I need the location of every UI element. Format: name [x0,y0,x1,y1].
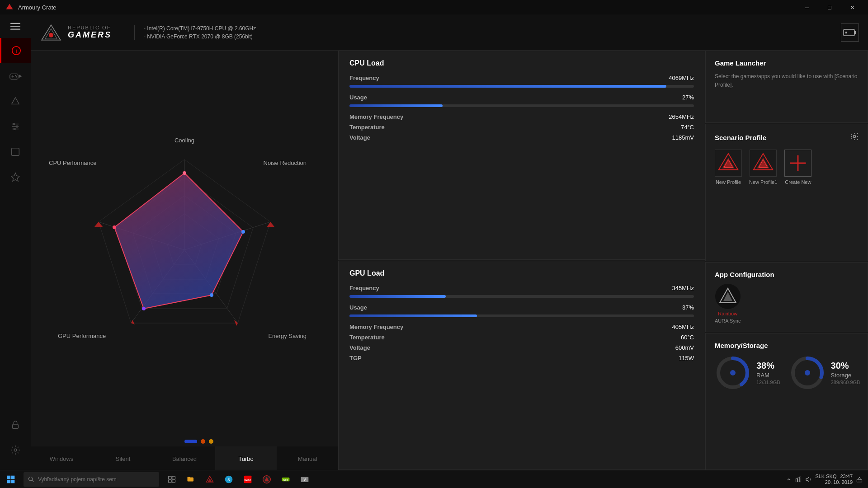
star-icon [10,172,20,182]
taskbar-app-gfn[interactable]: GFN [277,470,295,488]
svg-rect-26 [854,31,856,34]
dot-yellow [209,439,213,444]
start-button[interactable] [0,470,22,488]
ram-gauge-info: 38% RAM 12/31.9GB [756,361,780,385]
rog-brand-text: REPUBLIC OF GAMERS [68,25,112,40]
svg-point-43 [183,171,186,175]
cpu-freq-label: Frequency [349,75,379,81]
ram-pct: 38% [756,361,780,371]
battery-icon[interactable] [841,23,859,42]
info-icon: i [11,46,21,56]
cpu-load-panel: CPU Load Frequency 4069MHz Usage 27% [338,51,705,260]
svg-text:S: S [227,478,230,482]
sidebar-item-armoury[interactable] [0,89,31,114]
svg-marker-42 [114,173,243,309]
tab-balanced[interactable]: Balanced [154,446,215,470]
sidebar-item-box[interactable] [0,139,31,164]
cpu-freq-row: Frequency 4069MHz [349,75,694,81]
box-icon [10,147,20,157]
sidebar-item-info[interactable]: i [0,38,31,63]
time-text: 23:47 [840,474,853,479]
gpu-freq-value: 345MHz [672,285,694,291]
ram-gauge-container: 38% RAM 12/31.9GB [715,355,780,391]
sidebar-item-lock[interactable] [0,412,31,437]
gpu-freq-bar-container [349,295,694,298]
taskbar-search[interactable] [24,472,159,487]
cpu-temp-value: 74°C [681,124,694,131]
profile-label-2: New Profile1 [749,179,777,185]
sidebar-item-settings[interactable] [0,437,31,463]
titlebar: Armoury Crate ─ □ ✕ [0,0,868,14]
folder-icon [187,475,195,483]
storage-detail: 289/960.9GB [831,380,860,385]
app-icons: Rainbow AURA Sync [715,284,859,324]
taskbar-app-armoury[interactable] [201,470,219,488]
create-new-profile[interactable]: Create New [784,150,811,185]
gpu-temp-label: Temperature [349,334,385,341]
svg-rect-73 [169,479,172,482]
gpu-tgp-row: TGP 115W [349,355,694,361]
gpu-volt-label: Voltage [349,344,370,351]
taskbar-app-files[interactable] [182,470,200,488]
sidebar-item-star[interactable] [0,164,31,190]
hamburger-icon [10,21,20,31]
battery-svg-icon [843,28,857,37]
cpu-temp-row: Temperature 74°C [349,124,694,131]
network-icon [795,476,802,483]
sidebar-item-sliders[interactable] [0,114,31,139]
cpu-temp-label: Temperature [349,124,385,131]
profile-icon-1 [715,150,742,177]
sidebar: i ▶ [0,14,31,470]
cpu-memfreq-label: Memory Frequency [349,113,403,120]
gpu-load-title: GPU Load [349,269,694,277]
ram-detail: 12/31.9GB [756,380,780,385]
radar-label-cooling: Cooling [175,137,194,145]
maximize-button[interactable]: □ [819,0,840,14]
titlebar-left: Armoury Crate [5,3,57,11]
tab-turbo[interactable]: Turbo [215,446,277,470]
gpu-icon: GFN [281,475,290,484]
ram-gauge-svg [715,355,751,391]
taskbar-app-armoury2[interactable] [258,470,276,488]
aura-sync-item[interactable]: Rainbow AURA Sync [715,284,741,324]
scenario-profiles: New Profile New Profile1 [715,150,859,185]
tab-windows[interactable]: Windows [31,446,92,470]
profile-item-2[interactable]: New Profile1 [749,150,777,185]
svg-rect-2 [10,26,20,27]
svg-point-61 [730,370,736,375]
republic-text: REPUBLIC OF [68,25,112,30]
svg-text:i: i [15,48,17,54]
chevron-up-icon[interactable] [786,477,792,482]
notification-icon[interactable] [856,476,863,483]
radar-label-cpu-perf: CPU Performance [49,160,96,167]
cpu-freq-bar-container [349,85,694,88]
taskbar-app-vcard[interactable]: V [296,470,314,488]
taskbar-app-multitasking[interactable] [163,470,181,488]
sidebar-expand-icon: ▶ [19,74,22,78]
svg-marker-11 [12,98,19,104]
scenario-settings-icon[interactable] [850,132,859,142]
ram-gauge-circle [715,355,751,391]
minimize-button[interactable]: ─ [797,0,817,14]
taskbar-app-nzxt[interactable]: NZXT [239,470,257,488]
create-new-icon [784,150,811,177]
profile-item-1[interactable]: New Profile [715,150,742,185]
vcard-icon: V [300,475,309,484]
radar-label-energy: Energy Saving [268,333,307,340]
sidebar-item-gamepad[interactable]: ▶ [0,63,31,89]
search-input[interactable] [38,476,155,483]
topbar-right [841,23,859,42]
cpu-load-title: CPU Load [349,59,694,67]
tab-silent[interactable]: Silent [92,446,154,470]
svg-rect-65 [7,475,11,479]
nzxt-icon: NZXT [243,475,252,484]
gpu-temp-value: 60°C [681,334,694,341]
right-panels: CPU Load Frequency 4069MHz Usage 27% [338,51,868,470]
menu-button[interactable] [0,14,31,38]
taskbar-app-steam[interactable]: S [220,470,238,488]
tab-manual[interactable]: Manual [277,446,338,470]
close-button[interactable]: ✕ [842,0,863,14]
gpu-tgp-label: TGP [349,355,362,361]
svg-rect-18 [12,148,19,156]
svg-point-46 [142,307,146,310]
